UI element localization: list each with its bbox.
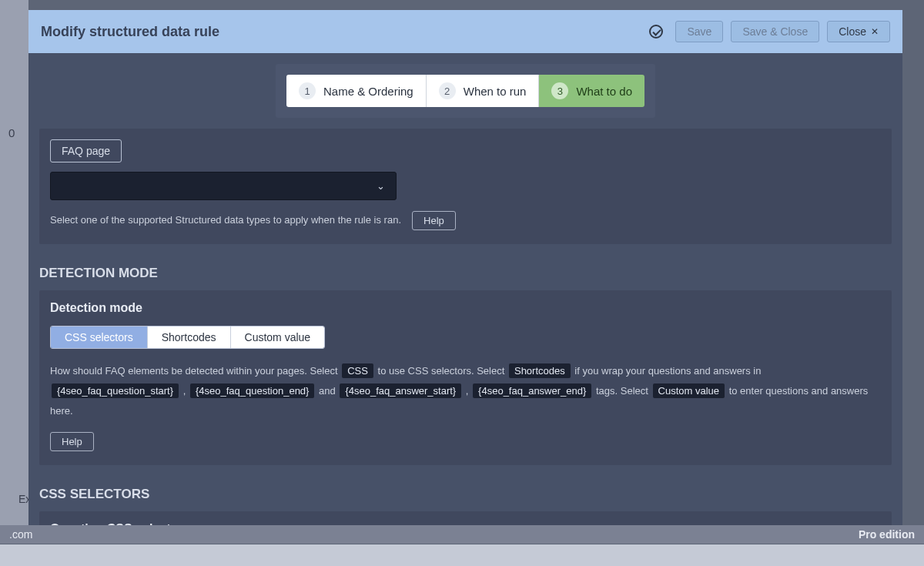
- step-what-to-do[interactable]: 3 What to do: [539, 75, 644, 107]
- step-label: When to run: [464, 85, 527, 98]
- header-actions: Save Save & Close Close ✕: [649, 21, 890, 42]
- detection-section-title: DETECTION MODE: [39, 266, 892, 281]
- stepper: 1 Name & Ordering 2 When to run 3 What t…: [276, 64, 655, 118]
- code-shortcodes: Shortcodes: [509, 363, 571, 378]
- toggle-css-selectors[interactable]: CSS selectors: [51, 327, 148, 348]
- step-number: 3: [551, 82, 568, 99]
- chevron-down-icon: ⌄: [377, 180, 385, 192]
- step-label: Name & Ordering: [323, 85, 413, 98]
- code-sc2: {4seo_faq_question_end}: [190, 383, 314, 398]
- bottom-strip: [0, 544, 924, 566]
- step-when-to-run[interactable]: 2 When to run: [427, 75, 540, 107]
- close-button-label: Close: [839, 25, 866, 38]
- modal: Modify structured data rule Save Save & …: [28, 10, 902, 525]
- footer-bar: .com Pro edition: [0, 525, 924, 544]
- desc-text: How should FAQ elements be detected with…: [50, 365, 338, 377]
- code-css: CSS: [342, 363, 373, 378]
- question-selector-panel: Question CSS selector .4seo-question ✕: [39, 511, 892, 525]
- help-button[interactable]: Help: [50, 432, 94, 451]
- status-check-icon: [649, 25, 663, 39]
- detection-panel: Detection mode CSS selectors Shortcodes …: [39, 290, 892, 465]
- save-button[interactable]: Save: [675, 21, 723, 42]
- toggle-custom-value[interactable]: Custom value: [231, 327, 325, 348]
- desc-text: and: [319, 385, 336, 397]
- selectors-section-title: CSS SELECTORS: [39, 487, 892, 502]
- code-custom: Custom value: [653, 383, 725, 398]
- type-hint: Select one of the supported Structured d…: [50, 213, 401, 227]
- detection-description: How should FAQ elements be detected with…: [50, 361, 881, 421]
- help-button[interactable]: Help: [412, 211, 456, 230]
- sidebar-count: 0: [8, 126, 15, 139]
- code-sc3: {4seo_faq_answer_start}: [340, 383, 461, 398]
- save-close-button[interactable]: Save & Close: [731, 21, 819, 42]
- admin-sidebar: [0, 0, 28, 535]
- type-badge: FAQ page: [50, 139, 122, 162]
- close-icon: ✕: [871, 26, 879, 37]
- footer-left: .com: [9, 528, 32, 541]
- step-number: 2: [439, 82, 456, 99]
- step-label: What to do: [576, 85, 632, 98]
- close-button[interactable]: Close ✕: [827, 21, 890, 42]
- stepper-wrap: 1 Name & Ordering 2 When to run 3 What t…: [28, 53, 902, 129]
- modal-body-inner: FAQ page ⌄ Select one of the supported S…: [28, 129, 902, 525]
- code-sc1: {4seo_faq_question_start}: [52, 383, 179, 398]
- type-select[interactable]: ⌄: [50, 172, 397, 200]
- modal-header: Modify structured data rule Save Save & …: [28, 10, 902, 53]
- type-hint-row: Select one of the supported Structured d…: [50, 211, 881, 230]
- step-name-ordering[interactable]: 1 Name & Ordering: [286, 75, 427, 107]
- modal-body[interactable]: FAQ page ⌄ Select one of the supported S…: [28, 129, 902, 525]
- desc-text: to use CSS selectors. Select: [378, 365, 505, 377]
- desc-text: if you wrap your questions and answers i…: [574, 365, 761, 377]
- desc-text: tags. Select: [596, 385, 648, 397]
- footer-right: Pro edition: [859, 528, 915, 541]
- detection-panel-title: Detection mode: [50, 301, 881, 315]
- desc-text: ,: [466, 385, 469, 397]
- code-sc4: {4seo_faq_answer_end}: [473, 383, 591, 398]
- desc-text: ,: [183, 385, 186, 397]
- step-number: 1: [299, 82, 316, 99]
- modal-title: Modify structured data rule: [41, 24, 219, 40]
- toggle-shortcodes[interactable]: Shortcodes: [148, 327, 231, 348]
- detection-toggle-group: CSS selectors Shortcodes Custom value: [50, 326, 325, 349]
- type-panel: FAQ page ⌄ Select one of the supported S…: [39, 129, 892, 244]
